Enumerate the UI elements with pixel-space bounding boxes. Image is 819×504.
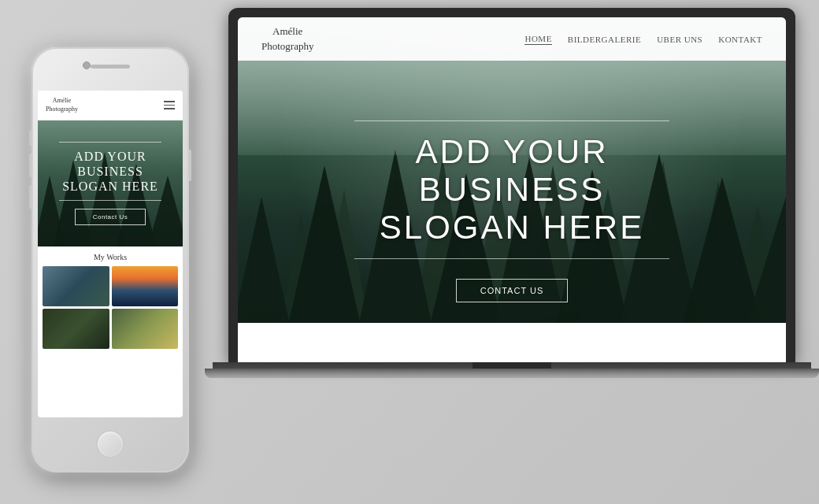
phone-gallery — [43, 266, 178, 349]
phone-contact-button[interactable]: Contact Us — [75, 209, 146, 225]
hamburger-line-3 — [164, 108, 175, 109]
hamburger-line-1 — [164, 101, 175, 102]
laptop-stand — [205, 369, 819, 378]
phone-power-button[interactable] — [189, 150, 191, 181]
phone-header: Amélie Photography — [38, 91, 183, 120]
phone-device: Amélie Photography — [32, 47, 189, 472]
phone-screen: Amélie Photography — [38, 91, 183, 417]
phone-volume-up-button[interactable] — [29, 154, 32, 177]
laptop-header: Amélie Photography HOME BILDERGALERIE UB… — [238, 17, 786, 61]
phone-works-title: My Works — [43, 253, 178, 261]
phone-works-section: My Works — [38, 246, 183, 355]
gallery-item-coastal-rocks — [43, 266, 109, 306]
gallery-item-dark-forest — [43, 309, 109, 349]
laptop-white-section — [238, 323, 786, 362]
phone-hamburger-menu[interactable] — [164, 101, 175, 109]
phone-hero-bottom-divider — [59, 200, 161, 201]
phone-mute-button[interactable] — [29, 130, 32, 146]
phone-camera — [83, 61, 91, 69]
phone-hero-content: ADD YOUR BUSINESS SLOGAN HERE Contact Us — [38, 120, 183, 246]
laptop-device: Amélie Photography HOME BILDERGALERIE UB… — [228, 8, 795, 465]
hamburger-line-2 — [164, 105, 175, 106]
phone-logo: Amélie Photography — [46, 97, 78, 113]
phone-hero: ADD YOUR BUSINESS SLOGAN HERE Contact Us — [38, 120, 183, 246]
laptop-nav-uber-uns[interactable]: UBER UNS — [657, 35, 702, 44]
phone-outer: Amélie Photography — [32, 47, 189, 472]
laptop-contact-button[interactable]: Contact Us — [456, 279, 569, 302]
gallery-item-green-hills — [112, 309, 179, 349]
laptop-nav-bildergalerie[interactable]: BILDERGALERIE — [568, 35, 641, 44]
laptop-slogan: ADD YOUR BUSINESS SLOGAN HERE — [354, 133, 669, 247]
phone-slogan: ADD YOUR BUSINESS SLOGAN HERE — [62, 149, 158, 195]
phone-volume-down-button[interactable] — [29, 185, 32, 209]
laptop-screen-bezel: Amélie Photography HOME BILDERGALERIE UB… — [238, 17, 786, 362]
laptop-nav: HOME BILDERGALERIE UBER UNS KONTAKT — [524, 34, 762, 45]
laptop-hero-bottom-divider — [354, 258, 669, 259]
gallery-item-sunset-ocean — [112, 266, 179, 306]
scene: Amélie Photography HOME BILDERGALERIE UB… — [0, 0, 819, 504]
laptop-logo: Amélie Photography — [261, 24, 313, 53]
laptop-hero-content: ADD YOUR BUSINESS SLOGAN HERE Contact Us — [354, 120, 669, 303]
phone-speaker — [91, 65, 130, 69]
laptop-nav-kontakt[interactable]: KONTAKT — [718, 35, 762, 44]
laptop-hinge — [472, 362, 551, 369]
phone-hero-top-divider — [59, 142, 161, 143]
laptop-body: Amélie Photography HOME BILDERGALERIE UB… — [228, 8, 795, 362]
laptop-screen: Amélie Photography HOME BILDERGALERIE UB… — [238, 17, 786, 362]
laptop-hero-top-divider — [354, 120, 669, 121]
phone-home-button[interactable] — [96, 430, 124, 458]
laptop-hero: ADD YOUR BUSINESS SLOGAN HERE Contact Us — [238, 61, 786, 362]
laptop-nav-home[interactable]: HOME — [524, 34, 551, 45]
